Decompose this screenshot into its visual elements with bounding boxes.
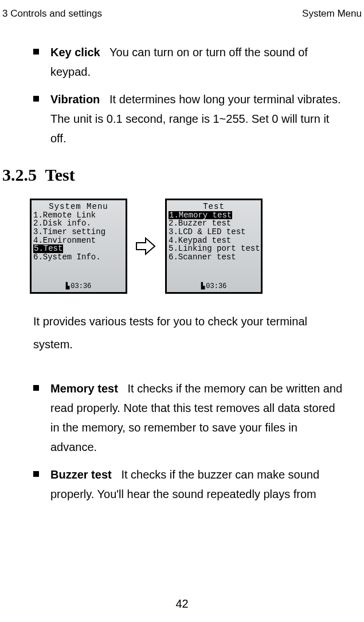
section-title: Test — [45, 165, 75, 184]
lcd-row: 6.Scanner test — [168, 253, 260, 262]
section-paragraph: It provides various tests for you to che… — [33, 310, 347, 356]
lcd-status: ▙03:36 — [32, 283, 126, 290]
term: Key click — [50, 46, 100, 59]
section-number: 3.2.5 — [2, 165, 37, 184]
lcd-screen-left: System Menu 1.Remote Link 2.Disk info. 3… — [30, 199, 127, 294]
lcd-row: 1.Memory test — [168, 211, 260, 220]
page-number: 42 — [0, 597, 364, 611]
header-left: 3 Controls and settings — [2, 8, 102, 20]
list-item: Buzzer test It checks if the buzzer can … — [50, 465, 347, 504]
lcd-row: 3.LCD & LED test — [168, 228, 260, 236]
term: Vibration — [50, 93, 100, 106]
lcd-row: 5.Test — [33, 244, 124, 253]
antenna-icon: ▙ — [201, 283, 205, 290]
lcd-row: 3.Timer setting — [33, 228, 124, 236]
lcd-row: 4.Environment — [33, 236, 124, 245]
bullet-list-top: Key click You can turn on or turn off th… — [33, 42, 347, 148]
lcd-row: 2.Disk info. — [33, 219, 124, 228]
term: Memory test — [50, 382, 118, 395]
header-right: System Menu — [302, 8, 362, 20]
lcd-screen-right: Test 1.Memory test 2.Buzzer test 3.LCD &… — [165, 199, 263, 294]
term: Buzzer test — [50, 468, 112, 481]
lcd-row: 6.System Info. — [33, 253, 124, 262]
screenshot-row: System Menu 1.Remote Link 2.Disk info. 3… — [30, 199, 347, 294]
arrow-right-icon — [135, 236, 157, 256]
list-item: Vibration It determines how long your te… — [50, 90, 347, 148]
list-item: Memory test It checks if the memory can … — [50, 379, 347, 457]
list-item: Key click You can turn on or turn off th… — [50, 42, 347, 81]
section-heading: 3.2.5 Test — [2, 165, 347, 185]
bullet-list-bottom: Memory test It checks if the memory can … — [33, 379, 347, 504]
lcd-row: 1.Remote Link — [33, 211, 124, 220]
lcd-row: 4.Keypad test — [168, 236, 260, 245]
lcd-row: 5.Linking port test — [168, 244, 260, 253]
lcd-title: Test — [168, 203, 260, 211]
lcd-row: 2.Buzzer test — [168, 219, 260, 228]
lcd-status: ▙03:36 — [167, 283, 261, 290]
antenna-icon: ▙ — [66, 283, 70, 290]
lcd-title: System Menu — [33, 203, 124, 211]
